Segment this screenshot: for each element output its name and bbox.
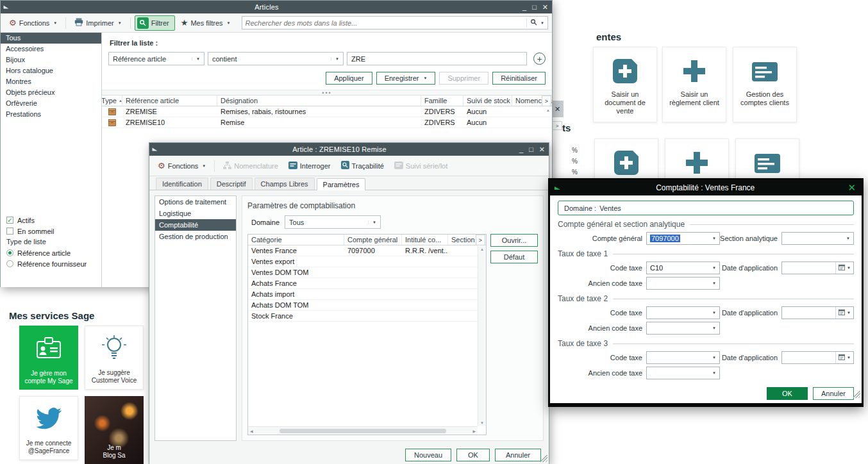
interroger-button[interactable]: Interroger — [284, 160, 335, 172]
ancien-code-3-combo[interactable]: ▼ — [646, 367, 720, 379]
search-input[interactable] — [246, 19, 527, 27]
nav-item-options-traitement[interactable]: Options de traitement — [155, 196, 236, 208]
suivi-serie-button[interactable]: Suivi série/lot — [390, 160, 452, 172]
search-submit[interactable]: ▼ — [526, 19, 544, 27]
ref-fournisseur-radio-row[interactable]: Référence fournisseur — [6, 258, 99, 269]
nav-item-gestion-production[interactable]: Gestion de production — [155, 231, 236, 242]
date-application-2-field[interactable]: ▼ — [781, 306, 854, 319]
table-row[interactable]: Ventes France 7097000 R.R.R. /vent... — [248, 245, 486, 256]
tile-customer-voice[interactable]: Je suggère Customer Voice — [85, 326, 144, 390]
article-titlebar[interactable]: Article : ZREMISE10 Remise _ □ ✕ — [149, 143, 549, 156]
en-sommeil-checkbox-row[interactable]: En sommeil — [6, 226, 99, 236]
close-pane-button[interactable]: ✕ — [551, 101, 563, 117]
filter-field-select[interactable]: Référence article ▼ — [108, 52, 204, 65]
maximize-button[interactable]: □ — [532, 4, 537, 11]
close-button[interactable]: ✕ — [539, 146, 545, 153]
sidebar-item-objets-precieux[interactable]: Objets précieux — [1, 87, 101, 98]
nav-item-comptabilite[interactable]: Comptabilité — [155, 219, 236, 231]
supprimer-button[interactable]: Supprimer — [439, 72, 488, 85]
column-header-designation[interactable]: Désignation — [217, 95, 421, 106]
table-row[interactable]: Ventes DOM TOM — [248, 267, 486, 278]
actifs-checkbox[interactable]: ✓ — [6, 217, 13, 224]
column-header-famille[interactable]: Famille — [421, 95, 463, 106]
code-taxe-3-combo[interactable]: ▼ — [646, 351, 720, 364]
column-chooser-button[interactable]: > — [542, 95, 551, 106]
tile-gestion-comptes-clients[interactable]: Gestion des comptes clients — [733, 47, 797, 122]
table-row[interactable]: ZREMISE10 Remise ZDIVERS Aucun — [102, 117, 552, 128]
ouvrir-button[interactable]: Ouvrir... — [490, 234, 538, 247]
ref-article-radio[interactable] — [6, 249, 13, 256]
date-picker-button[interactable]: ▼ — [835, 352, 853, 363]
ok-button[interactable]: OK — [456, 449, 490, 461]
fonctions-button[interactable]: ⚙ Fonctions ▼ — [153, 160, 210, 172]
column-header-suivi[interactable]: Suivi de stock — [463, 95, 512, 106]
column-header-reference[interactable]: Référence article — [122, 95, 217, 106]
nouveau-button[interactable]: Nouveau — [405, 449, 451, 461]
sidebar-item-prestations[interactable]: Prestations — [1, 109, 101, 120]
column-header-compte[interactable]: Compte général — [344, 235, 402, 245]
date-application-1-field[interactable]: ▼ — [781, 261, 854, 274]
resize-grip[interactable] — [853, 391, 860, 398]
mes-filtres-button[interactable]: ★ Mes filtres ▼ — [176, 17, 235, 29]
maximize-button[interactable]: □ — [529, 146, 533, 153]
annuler-button[interactable]: Annuler — [495, 449, 541, 461]
tile-my-sage[interactable]: Je gère mon compte My Sage — [19, 326, 78, 390]
splitter-handle[interactable]: ••• — [102, 90, 552, 95]
ancien-code-1-combo[interactable]: ▼ — [646, 277, 720, 290]
filter-value-input[interactable] — [347, 52, 527, 65]
tab-parametres[interactable]: Paramètres — [317, 178, 366, 190]
tile-twitter[interactable]: Je me connecte @SageFrance — [19, 396, 78, 460]
ancien-code-2-combo[interactable]: ▼ — [646, 322, 720, 335]
tile-saisir-reglement-client[interactable]: Saisir un règlement client — [662, 47, 726, 122]
en-sommeil-checkbox[interactable] — [6, 228, 13, 235]
annuler-button[interactable]: Annuler — [813, 387, 854, 400]
appliquer-button[interactable]: Appliquer — [326, 72, 372, 85]
column-header-type[interactable]: Type ▲ — [102, 95, 122, 106]
column-chooser-fragment[interactable]: > — [552, 121, 562, 130]
articles-titlebar[interactable]: Articles _ □ ✕ — [1, 1, 552, 13]
tracabilite-button[interactable]: Traçabilité — [337, 159, 388, 172]
column-header-intitule[interactable]: Intitulé co... — [402, 235, 448, 245]
tile-blog-sage[interactable]: Je m Blog Sa — [85, 396, 144, 464]
reinitialiser-button[interactable]: Réinitialiser — [492, 72, 546, 85]
sidebar-item-hors-catalogue[interactable]: Hors catalogue — [1, 65, 101, 76]
imprimer-button[interactable]: Imprimer ▼ — [70, 16, 126, 29]
fonctions-button[interactable]: ⚙ Fonctions ▼ — [4, 17, 62, 29]
add-filter-button[interactable]: + — [533, 53, 546, 65]
tab-identification[interactable]: Identification — [156, 178, 208, 190]
tab-champs-libres[interactable]: Champs Libres — [255, 178, 315, 190]
table-row[interactable]: Achats France — [248, 278, 486, 289]
column-chooser-button[interactable]: > — [476, 235, 485, 245]
resize-grip[interactable] — [540, 455, 547, 462]
column-header-categorie[interactable]: Catégorie — [248, 235, 344, 245]
nav-item-logistique[interactable]: Logistique — [155, 208, 236, 219]
code-taxe-2-combo[interactable]: ▼ — [646, 306, 720, 319]
ok-button[interactable]: OK — [767, 387, 808, 400]
compte-general-combo[interactable]: 7097000 ▼ — [646, 232, 720, 245]
date-application-3-field[interactable]: ▼ — [781, 351, 854, 364]
vertical-scrollbar[interactable]: ▲ ▼ — [478, 246, 486, 426]
ref-article-radio-row[interactable]: Référence article — [6, 247, 99, 258]
sidebar-item-tous[interactable]: Tous — [1, 33, 101, 44]
section-analytique-combo[interactable]: ▼ — [781, 232, 854, 245]
defaut-button[interactable]: Défaut — [490, 251, 538, 263]
enregistrer-button[interactable]: Enregistrer ▼ — [376, 72, 436, 85]
date-picker-button[interactable]: ▼ — [835, 307, 853, 319]
table-row[interactable]: Achats import — [248, 289, 486, 300]
ref-fournisseur-radio[interactable] — [6, 260, 13, 267]
close-button[interactable]: ✕ — [542, 4, 548, 11]
table-row[interactable]: Stock France — [248, 311, 486, 322]
code-taxe-1-combo[interactable]: C10 ▼ — [646, 261, 720, 274]
sidebar-item-accessoires[interactable]: Accessoires — [1, 44, 101, 54]
sidebar-item-montres[interactable]: Montres — [1, 76, 101, 87]
minimize-button[interactable]: _ — [519, 146, 523, 153]
nomenclature-button[interactable]: Nomenclature — [219, 160, 282, 172]
tile-saisir-document-vente[interactable]: Saisir un document de vente — [593, 47, 657, 122]
sidebar-item-bijoux[interactable]: Bijoux — [1, 54, 101, 65]
scroll-up-button[interactable]: ▲ — [546, 108, 550, 112]
actifs-checkbox-row[interactable]: ✓ Actifs — [6, 215, 99, 226]
filtrer-button[interactable]: Filtrer — [135, 15, 175, 31]
dialog-titlebar[interactable]: Comptabilité : Ventes France ✕ — [550, 180, 862, 195]
domaine-select[interactable]: Tous ▼ — [285, 215, 381, 229]
scrollbar-thumb[interactable] — [280, 429, 446, 433]
